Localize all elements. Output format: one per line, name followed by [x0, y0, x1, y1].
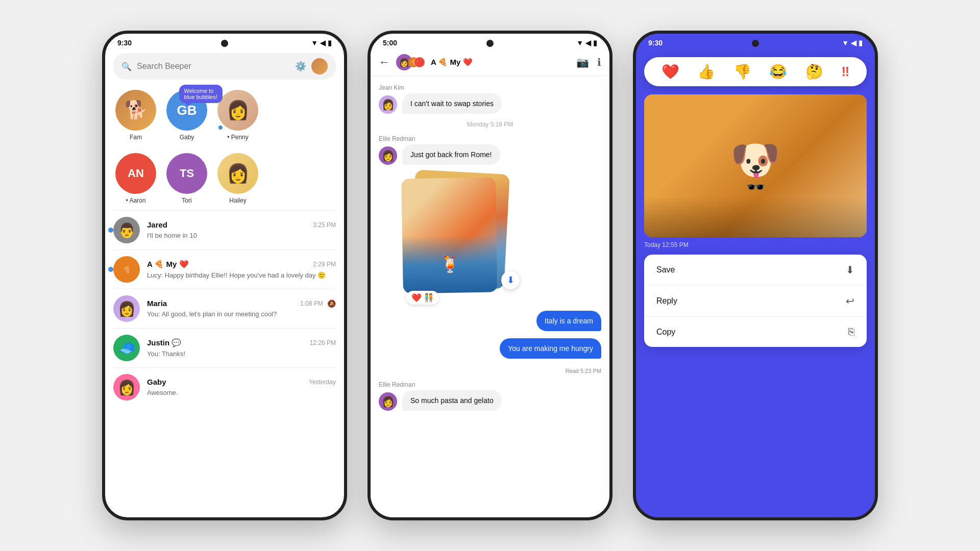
wifi-icon: ▼	[311, 39, 318, 47]
sender-label-ellie2: Ellie Redman	[379, 381, 601, 388]
info-icon[interactable]: ℹ	[597, 56, 601, 68]
chat-avatar-gaby2: 👩	[113, 374, 140, 400]
msg-row-jean: 👩 I can't wait to swap stories	[379, 93, 601, 114]
msg-row-sent-2: You are making me hungry	[379, 338, 601, 359]
copy-icon: ⎘	[848, 326, 854, 338]
react-heart[interactable]: ❤️	[662, 63, 679, 80]
story-avatar-fam: 🐕	[115, 90, 156, 131]
read-status: Read 5:23 PM	[379, 368, 601, 374]
chat-header: ← 👩 🍕 ❤️ A 🍕 My ❤️ 📷 ℹ	[371, 49, 609, 76]
back-button[interactable]: ←	[379, 56, 390, 69]
reply-icon: ↩	[846, 295, 854, 307]
chat-item-justin[interactable]: 🧢 Justin 💬 12:26 PM You: Thanks!	[105, 329, 344, 367]
menu-label-reply: Reply	[656, 296, 677, 306]
status-icons-1: ▼ ◀ ▮	[311, 39, 332, 47]
story-label-tori: Tori	[182, 197, 191, 204]
image-card-2: 🍹	[401, 177, 498, 293]
wifi-icon-2: ▼	[576, 39, 583, 47]
msg-row-sent-1: Italy is a dream	[379, 311, 601, 331]
msg-group-ellie2: Ellie Redman 👩 So much pasta and gelato	[379, 381, 601, 411]
msg-row-ellie: 👩 Just got back from Rome!	[379, 144, 601, 165]
msg-group-jean: Jean Kim 👩 I can't wait to swap stories	[379, 84, 601, 114]
dog-placeholder: 🐶 🕶️	[644, 94, 867, 237]
time-divider: Monday 5:18 PM	[379, 121, 601, 128]
story-label-gaby: Gaby	[180, 134, 194, 141]
react-exclaim[interactable]: ‼️	[842, 64, 850, 80]
search-input[interactable]	[137, 62, 290, 71]
bubble-ellie2: So much pasta and gelato	[402, 390, 502, 411]
chat-info-gaby2: Gaby Yesterday Awesome.	[147, 378, 336, 397]
phone1-content: 🔍 ⚙️ 🐕 Fam Welcome toblue bubbles! GB Ga…	[105, 49, 344, 517]
dog-photo: 🐶 🕶️	[644, 94, 867, 237]
chat-avatar-jared: 👨	[113, 217, 140, 243]
react-thumbsdown[interactable]: 👎	[733, 63, 751, 80]
react-laugh[interactable]: 😂	[769, 63, 787, 80]
chat-name-group: A 🍕 My ❤️	[147, 260, 189, 269]
story-item-hailey[interactable]: 👩 Hailey	[217, 153, 258, 204]
story-row-1: 🐕 Fam Welcome toblue bubbles! GB Gaby 👩 …	[105, 84, 344, 147]
menu-item-reply[interactable]: Reply ↩	[644, 286, 867, 317]
signal-icon: ◀	[320, 39, 326, 47]
sender-label-ellie: Ellie Redman	[379, 135, 601, 142]
chat-name-maria: Maria	[147, 299, 167, 308]
gear-icon[interactable]: ⚙️	[295, 61, 306, 72]
msg-avatar-ellie: 👩	[379, 146, 397, 165]
chat-time-group: 2:29 PM	[313, 261, 336, 268]
status-bar-3: 9:30 ▼ ◀ ▮	[636, 34, 875, 49]
menu-item-copy[interactable]: Copy ⎘	[644, 317, 867, 347]
bubble-jean: I can't wait to swap stories	[402, 93, 502, 114]
phone2-content: ← 👩 🍕 ❤️ A 🍕 My ❤️ 📷 ℹ Jean Kim 👩 I can'…	[371, 49, 609, 517]
header-avatars: 👩 🍕 ❤️	[396, 54, 425, 70]
signal-icon-2: ◀	[585, 39, 591, 47]
time-3: 9:30	[648, 39, 663, 47]
bubble-sent-2: You are making me hungry	[500, 338, 601, 359]
react-think[interactable]: 🤔	[805, 63, 823, 80]
video-icon[interactable]: 📷	[576, 56, 589, 68]
chat-info-justin: Justin 💬 12:26 PM You: Thanks!	[147, 338, 336, 358]
time-2: 5:00	[383, 39, 397, 47]
story-item-tori[interactable]: TS Tori	[166, 153, 207, 204]
story-avatar-penny: 👩	[217, 90, 258, 131]
battery-icon: ▮	[328, 39, 332, 47]
chat-info-jared: Jared 3:25 PM I'll be home in 10	[147, 220, 336, 240]
story-item-aaron[interactable]: AN • Aaron	[115, 153, 156, 204]
chat-info-maria: Maria 1:08 PM 🔕 You: All good, let's pla…	[147, 299, 336, 318]
sender-label-jean: Jean Kim	[379, 84, 601, 91]
phone-3: 9:30 ▼ ◀ ▮ ❤️ 👍 👎 😂 🤔 ‼️ 🐶 🕶️ Today 12:5…	[633, 31, 878, 520]
chat-name-justin: Justin 💬	[147, 338, 181, 347]
story-item-gaby[interactable]: Welcome toblue bubbles! GB Gaby	[166, 90, 207, 141]
status-icons-2: ▼ ◀ ▮	[576, 39, 597, 47]
photo-timestamp: Today 12:55 PM	[644, 241, 867, 248]
status-icons-3: ▼ ◀ ▮	[842, 39, 863, 47]
story-item-penny[interactable]: 👩 • Penny	[217, 90, 258, 141]
dog-emoji: 🐶	[730, 136, 781, 184]
battery-icon-3: ▮	[859, 39, 863, 47]
camera-notch-2	[486, 40, 494, 47]
phone-2: 5:00 ▼ ◀ ▮ ← 👩 🍕 ❤️ A 🍕 My ❤️ 📷 ℹ Jean	[368, 31, 612, 520]
chat-preview-jared: I'll be home in 10	[147, 232, 197, 239]
download-button[interactable]: ⬇	[501, 271, 520, 289]
online-dot-penny	[217, 124, 224, 131]
chat-item-jared[interactable]: 👨 Jared 3:25 PM I'll be home in 10	[105, 211, 344, 249]
story-label-hailey: Hailey	[229, 197, 246, 204]
chat-preview-maria: You: All good, let's plan in our meeting…	[147, 310, 277, 318]
menu-label-save: Save	[656, 265, 675, 274]
msg-avatar-ellie2: 👩	[379, 392, 397, 411]
react-thumbsup[interactable]: 👍	[697, 63, 715, 80]
story-item-fam[interactable]: 🐕 Fam	[115, 90, 156, 141]
header-icons: 📷 ℹ	[576, 56, 601, 68]
chat-item-group[interactable]: 🍕 A 🍕 My ❤️ 2:29 PM Lucy: Happy birthday…	[105, 250, 344, 289]
camera-notch-3	[752, 40, 759, 47]
chat-item-maria[interactable]: 👩 Maria 1:08 PM 🔕 You: All good, let's p…	[105, 289, 344, 328]
online-dot-aaron	[115, 188, 121, 194]
status-bar-2: 5:00 ▼ ◀ ▮	[371, 34, 609, 49]
camera-notch-1	[221, 40, 228, 47]
search-bar[interactable]: 🔍 ⚙️	[113, 53, 336, 80]
chat-item-gaby2[interactable]: 👩 Gaby Yesterday Awesome.	[105, 368, 344, 407]
chat-preview-justin: You: Thanks!	[147, 350, 185, 358]
image-stack: 🏛️ 🍹 ⬇ ❤️ 🧑‍🤝‍🧑	[402, 172, 520, 299]
story-avatar-tori: TS	[166, 153, 207, 194]
menu-item-save[interactable]: Save ⬇	[644, 255, 867, 286]
user-avatar[interactable]	[311, 58, 328, 74]
mute-icon-maria: 🔕	[327, 299, 336, 308]
